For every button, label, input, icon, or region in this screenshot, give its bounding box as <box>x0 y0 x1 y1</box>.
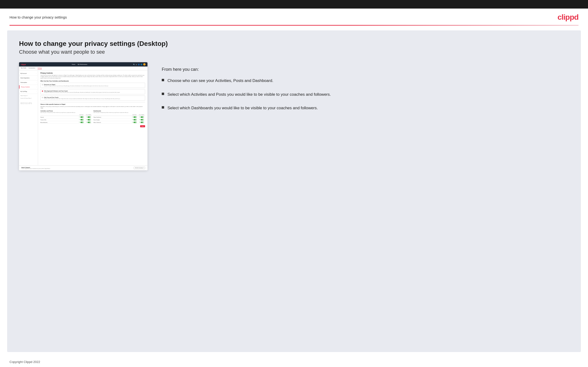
mock-dashboards-coaches-header: COACHES <box>131 115 138 116</box>
mock-dash-player-row: Player Dashboard ON ON <box>94 116 145 118</box>
mock-rounds-followers-toggle[interactable]: ON <box>85 117 92 118</box>
content-row: clippd Home My Performance 🔍 ⊞ 👤 🌐 My Pr… <box>19 62 569 170</box>
search-icon: 🔍 <box>133 64 135 65</box>
mock-toggle-manual-followers[interactable] <box>87 122 91 123</box>
mock-radio-group: Everyone on Clippd Everyone on Clippd ca… <box>40 83 145 101</box>
mock-radio-you-coach-btn[interactable] <box>42 97 43 98</box>
mock-radio-followers[interactable]: Only Approved Followers and Your Coach O… <box>40 89 145 94</box>
mock-radio-everyone-btn[interactable] <box>42 84 43 85</box>
mock-drills-label: Practice Drills <box>40 119 78 120</box>
mock-manual-coaches-toggle[interactable]: ON <box>78 122 85 123</box>
mock-drills-followers-toggle[interactable]: ON <box>85 119 92 120</box>
footer-text: Copyright Clippd 2022 <box>9 360 40 364</box>
mock-sidebar-divider-3 <box>19 84 38 85</box>
bullet-text-3: Select which Dashboards you would like t… <box>167 105 318 111</box>
mock-radio-you-coach-label: Only You and Your Coach <box>44 97 144 98</box>
mock-toggle-work-coaches[interactable] <box>133 122 137 123</box>
mock-player-dash-followers-toggle[interactable]: ON <box>138 117 145 118</box>
chevron-right-icon-3: › <box>36 82 36 83</box>
mock-sidebar-data-integrations-label: Data Integrations <box>20 77 29 79</box>
mock-radio-you-coach-desc: Only you and the coaches you connect wit… <box>44 98 144 100</box>
bullet-list: Choose who can see your Activities, Post… <box>162 78 569 111</box>
mock-toggle-rounds-coaches[interactable] <box>80 117 84 118</box>
bullet-item-3: Select which Dashboards you would like t… <box>162 105 569 111</box>
mock-drills-coaches-toggle[interactable]: ON <box>78 119 85 120</box>
bullet-item-1: Choose who can see your Activities, Post… <box>162 78 569 84</box>
bullet-square-1 <box>162 79 164 81</box>
mock-toggle-insights-followers[interactable] <box>141 119 144 120</box>
mock-nav-links: Home My Performance <box>72 64 87 65</box>
mock-tab-settings[interactable]: Settings <box>38 67 42 69</box>
bullet-square-2 <box>162 93 164 95</box>
mock-toggle-insights-coaches[interactable] <box>133 119 137 120</box>
mock-dash-work-row: What To Work On ON ON <box>94 121 145 124</box>
mock-help-community-btn[interactable]: Visit Our Community ↗ <box>134 167 145 169</box>
mock-work-followers-toggle[interactable]: ON <box>138 122 145 123</box>
mock-activities-header: COACHES FOLLOWERS <box>40 114 92 116</box>
mock-manual-followers-toggle[interactable]: ON <box>85 122 92 123</box>
mock-sidebar-divider-2 <box>19 80 38 80</box>
mock-dashboards-followers-header: FOLLOWERS <box>138 115 145 116</box>
mock-toggle-player-coaches[interactable] <box>133 117 137 118</box>
mock-show-hide-desc: Regardless of the privacy controls that … <box>40 106 145 109</box>
chevron-right-icon-5: › <box>36 91 36 92</box>
mock-help-text: Help & Support Visit our Clippd communit… <box>21 167 51 169</box>
mock-activities-manual-row: Manual Activities ON ON <box>40 121 92 124</box>
mock-sidebar-help[interactable]: Help & Support ↗ <box>19 94 38 97</box>
mock-toggle-drills-followers[interactable] <box>87 119 91 120</box>
grid-icon: ⊞ <box>136 64 137 65</box>
page-subheading: Choose what you want people to see <box>19 49 569 55</box>
mock-activities-desc: Select the types of activity that you'd … <box>40 112 92 113</box>
mock-logo: clippd <box>21 64 26 65</box>
mock-tab-connections[interactable]: Connections <box>28 67 35 69</box>
chevron-right-icon-2: › <box>36 77 36 79</box>
globe-icon: 🌐 <box>141 64 142 65</box>
mock-toggle-manual-coaches[interactable] <box>80 122 84 123</box>
mock-dashboards-desc: Select the types of activity that you'd … <box>94 112 145 113</box>
screenshot-mockup: clippd Home My Performance 🔍 ⊞ 👤 🌐 My Pr… <box>19 62 147 170</box>
mock-insights-followers-toggle[interactable]: ON <box>138 119 145 120</box>
mock-sidebar-my-account-label: My Account <box>20 73 27 74</box>
bullet-text-1: Choose who can see your Activities, Post… <box>167 78 273 84</box>
mock-sidebar-subscription-label: Subscription <box>20 82 27 83</box>
bullet-text-2: Select which Activities and Posts you wo… <box>167 92 331 98</box>
mock-help-desc: Visit our Clippd community to troublesho… <box>21 168 51 169</box>
mock-toggle-player-followers[interactable] <box>141 117 144 118</box>
mock-subnav: My Profile Connections Settings <box>19 67 147 70</box>
mock-radio-everyone[interactable]: Everyone on Clippd Everyone on Clippd ca… <box>40 83 145 88</box>
mock-sidebar-divider <box>19 75 38 76</box>
mock-sidebar-privacy[interactable]: Privacy Controls › <box>19 85 38 89</box>
mock-toggle-drills-coaches[interactable] <box>80 119 84 120</box>
mock-save-button[interactable]: Save <box>140 125 145 127</box>
mock-player-dash-coaches-toggle[interactable]: ON <box>131 117 138 118</box>
chevron-right-icon-4: › <box>36 86 36 88</box>
mock-sidebar-data-integrations[interactable]: Data Integrations › <box>19 76 38 80</box>
mock-work-coaches-toggle[interactable]: ON <box>131 122 138 123</box>
header-divider <box>9 25 579 26</box>
mock-tab-profile[interactable]: My Profile <box>21 67 26 69</box>
mock-rounds-coaches-toggle[interactable]: ON <box>78 117 85 118</box>
mock-sidebar-golf-bag-label: My Golf Bag <box>20 91 27 92</box>
mock-sidebar-my-account[interactable]: My Account › <box>19 72 38 75</box>
mock-sidebar-privacy-label: Privacy Controls <box>21 86 29 88</box>
mock-radio-you-coach[interactable]: Only You and Your Coach Only you and the… <box>40 95 145 101</box>
mock-sidebar-divider-4 <box>19 89 38 89</box>
mock-nav-performance: My Performance <box>78 64 87 65</box>
mock-toggle-rounds-followers[interactable] <box>87 117 91 118</box>
bullet-item-2: Select which Activities and Posts you wo… <box>162 92 569 98</box>
mock-sidebar-privacy-policy[interactable]: Service & Privacy Policy ↗ <box>19 97 38 100</box>
mock-radio-followers-desc: Only approved followers and coaches you … <box>44 92 144 93</box>
mock-dashboards-block: Dashboards Select the types of activity … <box>94 110 145 124</box>
mock-insights-coaches-toggle[interactable]: ON <box>131 119 138 120</box>
mock-sidebar-subscription[interactable]: Subscription › <box>19 81 38 84</box>
header-title: How to change your privacy settings <box>9 15 67 19</box>
mock-radio-followers-btn[interactable] <box>42 91 43 92</box>
mock-main-panel: Privacy Controls Control how you and you… <box>38 70 147 165</box>
logo: clippd <box>558 13 579 22</box>
mock-toggle-work-followers[interactable] <box>141 122 144 123</box>
mock-sidebar-golf-bag[interactable]: My Golf Bag › <box>19 90 38 93</box>
mock-nav-icons: 🔍 ⊞ 👤 🌐 <box>133 63 146 66</box>
top-bar <box>0 0 588 8</box>
mock-divider <box>40 102 145 102</box>
right-panel-intro: From here you can: <box>162 67 569 72</box>
